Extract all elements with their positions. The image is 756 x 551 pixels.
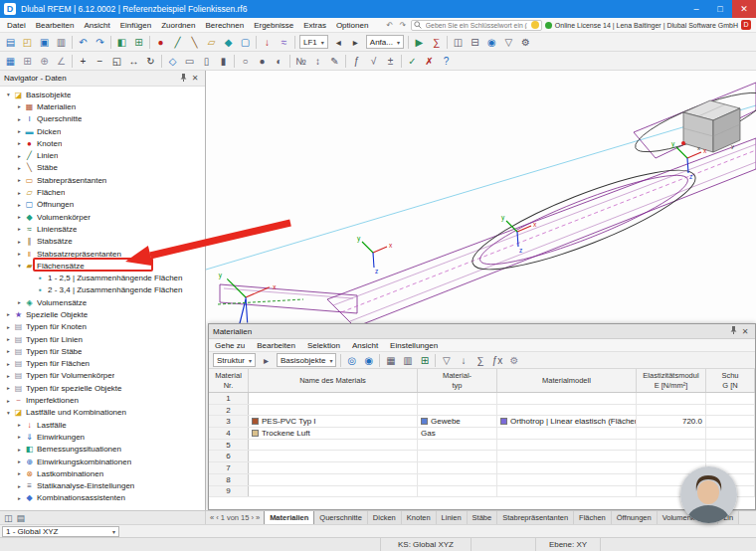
panel-pin-icon[interactable] (727, 326, 739, 336)
tab-dicken[interactable]: Dicken (368, 511, 402, 524)
expander-icon[interactable]: ▸ (15, 202, 24, 208)
pin-icon[interactable] (177, 74, 189, 84)
expander-icon[interactable]: ▸ (15, 470, 24, 476)
zoom-out-icon[interactable]: − (92, 53, 108, 70)
last-table-button[interactable]: » (256, 513, 260, 522)
comment-icon[interactable]: ✎ (326, 53, 343, 70)
tables-toggle-icon[interactable]: ⊞ (130, 34, 147, 51)
tree-item-flaechensaetze[interactable]: ▾▰Flächensätze (0, 260, 205, 272)
member-tool-icon[interactable]: ╲ (186, 34, 203, 51)
menu-ergebnisse[interactable]: Ergebnisse (249, 21, 298, 30)
navigation-cube[interactable]: x y (681, 100, 740, 152)
expander-icon[interactable]: ▸ (15, 128, 24, 134)
cancel-icon[interactable]: ✗ (421, 53, 438, 70)
tree-item-stabsaetze[interactable]: ▸∥Stabsätze (0, 236, 205, 248)
load-tool-icon[interactable]: ↓ (259, 34, 276, 51)
imperfection-tool-icon[interactable]: ≈ (276, 34, 292, 51)
analysis-combo[interactable]: Anfa...▾ (366, 35, 404, 49)
tree-item-stabsatzrepraesentanten[interactable]: ▸‖Stabsatzrepräsentanten (0, 248, 205, 260)
object-category-combo[interactable]: Basisobjekte▾ (277, 353, 336, 367)
prev-table-button[interactable]: ‹ (216, 513, 219, 522)
menu-zuordnen[interactable]: Zuordnen (156, 21, 200, 30)
tree-item-typen-fuer-staebe[interactable]: ▸▤Typen für Stäbe (0, 345, 205, 357)
tab-materialien[interactable]: Materialien (264, 511, 314, 524)
table-row[interactable]: 7 (209, 462, 755, 474)
menu-berechnen[interactable]: Berechnen (200, 21, 249, 30)
table-row[interactable]: 2 (209, 405, 755, 417)
expander-icon[interactable]: ▸ (15, 140, 24, 146)
tab-stabrepraesentanten[interactable]: Stabrepräsentanten (497, 511, 574, 524)
loadcase-next-icon[interactable]: ▸ (347, 34, 364, 51)
redo-icon[interactable]: ↷ (92, 34, 108, 51)
tab-querschnitte[interactable]: Querschnitte (314, 511, 368, 524)
tree-item-spezielle-objekte[interactable]: ▸★Spezielle Objekte (0, 308, 205, 320)
minimize-button[interactable]: – (684, 0, 708, 18)
loadcase-prev-icon[interactable]: ◂ (330, 34, 347, 51)
search-input[interactable] (424, 21, 529, 30)
line-tool-icon[interactable]: ╱ (169, 34, 186, 51)
panel-filter-icon[interactable]: ▽ (438, 352, 455, 369)
tree-item-materialien[interactable]: ▸▦Materialien (0, 100, 205, 112)
pan-icon[interactable]: ↔ (125, 53, 142, 70)
panel-menu-ansicht[interactable]: Ansicht (346, 341, 384, 350)
tree-item-statikanalyse-einstellungen[interactable]: ▸≡Statikanalyse-Einstellungen (0, 480, 205, 492)
new-icon[interactable]: ▤ (2, 34, 19, 51)
load-case-combo[interactable]: LF1▾ (299, 35, 328, 49)
expander-icon[interactable]: ▸ (4, 385, 13, 391)
node-tool-icon[interactable]: ● (152, 34, 169, 51)
panel-sum-icon[interactable]: ∑ (472, 352, 488, 369)
tree-item-stabrepraesentanten[interactable]: ▸▭Stabrepräsentanten (0, 174, 205, 186)
table-row[interactable]: 8 (209, 474, 755, 486)
expander-icon[interactable]: ▸ (4, 361, 13, 367)
panel-excel-icon[interactable]: ⊞ (416, 352, 433, 369)
rotate-view-icon[interactable]: ↻ (142, 53, 159, 70)
first-table-button[interactable]: « (210, 513, 214, 522)
expander-icon[interactable]: ▸ (4, 398, 13, 404)
panel-menu-gehe-zu[interactable]: Gehe zu (209, 341, 251, 350)
fx-icon[interactable]: ƒ (348, 53, 365, 70)
expander-icon[interactable]: ▸ (15, 299, 24, 305)
save-icon[interactable]: ▣ (36, 34, 53, 51)
tree-item-einwirkungen[interactable]: ▸⇓Einwirkungen (0, 431, 205, 443)
tree-item-linien[interactable]: ▸╱Linien (0, 149, 205, 161)
results-icon[interactable]: ∑ (428, 34, 445, 51)
coordinate-system-combo[interactable]: 1 - Global XYZ ▾ (2, 526, 119, 537)
structure-combo[interactable]: Struktur▾ (213, 353, 256, 367)
tree-item-dicken[interactable]: ▸▬Dicken (0, 125, 205, 137)
expander-icon[interactable]: ▸ (15, 239, 24, 245)
tree-item-kombinationsassistenten[interactable]: ▸◆Kombinationsassistenten (0, 492, 205, 504)
filter-icon[interactable]: ▽ (500, 34, 517, 51)
panel-columns-icon[interactable]: ▦ (382, 352, 399, 369)
tab-oeffnungen[interactable]: Öffnungen (612, 511, 658, 524)
dimension-icon[interactable]: ↕ (309, 53, 326, 70)
visibility-icon[interactable]: ◉ (483, 34, 500, 51)
tree-item-flaechen[interactable]: ▸▱Flächen (0, 186, 205, 198)
expander-icon[interactable]: ▸ (15, 177, 24, 183)
menu-datei[interactable]: Datei (2, 21, 31, 30)
tree-item-imperfektionen[interactable]: ▸~Imperfektionen (0, 394, 205, 406)
expander-icon[interactable]: ▸ (15, 459, 24, 464)
dlubal-logo-icon[interactable]: D (741, 20, 751, 30)
view-iso-icon[interactable]: ◇ (164, 53, 181, 70)
close-button[interactable]: ✕ (732, 0, 756, 18)
opening-tool-icon[interactable]: ▢ (237, 34, 254, 51)
tree-item-oeffnungen[interactable]: ▸▢Öffnungen (0, 199, 205, 211)
tree-item-lastfaelle[interactable]: ▸↓Lastfälle (0, 419, 205, 431)
expander-icon[interactable]: ▸ (15, 495, 24, 501)
navigator-mode-2-icon[interactable]: ▤ (17, 513, 26, 523)
tree-item-volumensaetze[interactable]: ▸◈Volumensätze (0, 296, 205, 308)
panel-menu-bearbeiten[interactable]: Bearbeiten (251, 341, 301, 350)
panel-menu-selektion[interactable]: Selektion (301, 341, 346, 350)
tree-item-typen-fuer-volumenkoerper[interactable]: ▸▤Typen für Volumenkörper (0, 370, 205, 382)
tree-item-lastkombinationen[interactable]: ▸⊗Lastkombinationen (0, 467, 205, 479)
snap-icon[interactable]: ⊕ (36, 53, 53, 70)
expander-icon[interactable]: ▾ (4, 92, 13, 97)
tree-item-lastfaelle-und-kombinationen[interactable]: ▾◪Lastfälle und Kombinationen (0, 407, 205, 419)
expand-combo-icon[interactable]: ▸ (258, 352, 275, 369)
menu-bearbeiten[interactable]: Bearbeiten (31, 21, 80, 30)
navigator-mode-1-icon[interactable]: ◫ (4, 513, 13, 523)
view-xz-icon[interactable]: ▯ (198, 53, 215, 70)
help-icon[interactable]: ? (438, 53, 455, 70)
expander-icon[interactable]: ▸ (15, 165, 24, 171)
render-solid-icon[interactable]: ● (254, 53, 271, 70)
